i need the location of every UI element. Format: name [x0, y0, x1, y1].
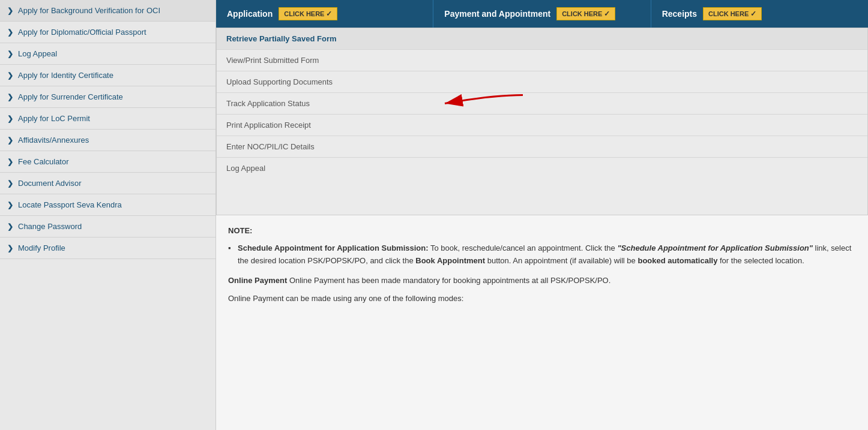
chevron-icon: ❯: [7, 7, 13, 15]
chevron-icon: ❯: [7, 71, 13, 80]
sidebar-item-fee-calculator[interactable]: ❯ Fee Calculator: [0, 151, 215, 173]
red-arrow-annotation: [397, 90, 529, 117]
menu-item-retrieve-form[interactable]: Retrieve Partially Saved Form: [217, 28, 867, 50]
chevron-icon: ❯: [7, 179, 13, 188]
cursor-icon: ✓: [750, 10, 756, 18]
chevron-icon: ❯: [7, 158, 13, 166]
cursor-icon: ✓: [604, 10, 610, 18]
sidebar-item-apply-surrender[interactable]: ❯ Apply for Surrender Certificate: [0, 86, 215, 108]
tab-application-label: Application: [227, 9, 273, 19]
tab-payment: Payment and Appointment CLICK HERE ✓: [433, 0, 651, 28]
receipts-click-here-button[interactable]: CLICK HERE ✓: [703, 7, 762, 20]
sidebar-link-apply-background[interactable]: Apply for Background Verification for OC…: [18, 6, 160, 15]
menu-item-log-appeal[interactable]: Log Appeal: [217, 158, 867, 179]
chevron-icon: ❯: [7, 115, 13, 123]
tab-receipts: Receipts CLICK HERE ✓: [651, 0, 868, 28]
menu-item-print-receipt[interactable]: Print Application Receipt: [217, 115, 867, 136]
notes-item-schedule: Schedule Appointment for Application Sub…: [228, 242, 856, 267]
chevron-icon: ❯: [7, 93, 13, 101]
note-schedule-bold1: Schedule Appointment for Application Sub…: [238, 243, 429, 252]
payment-click-here-button[interactable]: CLICK HERE ✓: [556, 7, 615, 20]
menu-item-view-print[interactable]: View/Print Submitted Form: [217, 50, 867, 71]
note-schedule-bold2: "Schedule Appointment for Application Su…: [617, 243, 813, 252]
tab-receipts-label: Receipts: [662, 9, 697, 19]
sidebar-item-apply-background[interactable]: ❯ Apply for Background Verification for …: [0, 0, 215, 22]
sidebar-link-document-advisor[interactable]: Document Advisor: [18, 179, 82, 188]
payment-label: Online Payment: [228, 276, 287, 285]
menu-empty-space: [217, 179, 867, 215]
sidebar-link-apply-loc[interactable]: Apply for LoC Permit: [18, 114, 90, 123]
menu-item-track-status[interactable]: Track Application Status: [217, 93, 867, 115]
tab-payment-label: Payment and Appointment: [444, 9, 550, 19]
sidebar-item-modify-profile[interactable]: ❯ Modify Profile: [0, 237, 215, 259]
tab-bar: Application CLICK HERE ✓ Payment and App…: [216, 0, 868, 28]
sidebar-item-apply-identity[interactable]: ❯ Apply for Identity Certificate: [0, 65, 215, 86]
application-click-here-button[interactable]: CLICK HERE ✓: [279, 7, 337, 20]
sidebar-link-apply-identity[interactable]: Apply for Identity Certificate: [18, 71, 113, 80]
menu-item-enter-noc[interactable]: Enter NOC/PIL/IC Details: [217, 136, 867, 158]
note-schedule-text3: button. An appointment (if available) wi…: [487, 256, 638, 265]
notes-section: NOTE: Schedule Appointment for Applicati…: [216, 215, 868, 316]
chevron-icon: ❯: [7, 136, 13, 145]
payment-line1: Online Payment Online Payment has been m…: [228, 275, 856, 287]
main-content: Application CLICK HERE ✓ Payment and App…: [216, 0, 868, 430]
notes-list: Schedule Appointment for Application Sub…: [228, 242, 856, 267]
sidebar-item-apply-loc[interactable]: ❯ Apply for LoC Permit: [0, 108, 215, 130]
note-schedule-bold3: Book Appointment: [415, 256, 485, 265]
chevron-icon: ❯: [7, 244, 13, 252]
sidebar-link-apply-diplomatic[interactable]: Apply for Diplomatic/Official Passport: [18, 28, 146, 37]
chevron-icon: ❯: [7, 222, 13, 231]
note-schedule-text1: To book, reschedule/cancel an appointmen…: [430, 243, 617, 252]
sidebar-item-locate-passport[interactable]: ❯ Locate Passport Seva Kendra: [0, 194, 215, 216]
cursor-icon: ✓: [326, 10, 332, 18]
sidebar-link-change-password[interactable]: Change Password: [18, 222, 82, 231]
sidebar-item-document-advisor[interactable]: ❯ Document Advisor: [0, 173, 215, 194]
payment-text1: Online Payment has been made mandatory f…: [289, 276, 610, 285]
sidebar-link-locate-passport[interactable]: Locate Passport Seva Kendra: [18, 200, 122, 209]
sidebar-link-log-appeal[interactable]: Log Appeal: [18, 49, 57, 58]
chevron-icon: ❯: [7, 28, 13, 37]
sidebar-item-change-password[interactable]: ❯ Change Password: [0, 216, 215, 237]
payment-line2: Online Payment can be made using any one…: [228, 293, 856, 305]
menu-item-upload-docs[interactable]: Upload Supporting Documents: [217, 71, 867, 93]
chevron-icon: ❯: [7, 50, 13, 58]
note-schedule-text4: for the selected location.: [720, 256, 804, 265]
note-label: NOTE:: [228, 226, 856, 235]
tab-application: Application CLICK HERE ✓: [216, 0, 433, 28]
sidebar-link-apply-surrender[interactable]: Apply for Surrender Certificate: [18, 92, 123, 101]
sidebar-link-fee-calculator[interactable]: Fee Calculator: [18, 157, 69, 166]
menu-list: Retrieve Partially Saved Form View/Print…: [216, 28, 868, 215]
sidebar-item-apply-diplomatic[interactable]: ❯ Apply for Diplomatic/Official Passport: [0, 22, 215, 43]
sidebar-link-affidavits[interactable]: Affidavits/Annexures: [18, 136, 89, 145]
chevron-icon: ❯: [7, 201, 13, 209]
sidebar-item-affidavits[interactable]: ❯ Affidavits/Annexures: [0, 130, 215, 151]
sidebar-item-log-appeal[interactable]: ❯ Log Appeal: [0, 43, 215, 65]
note-schedule-bold4: booked automatically: [637, 256, 717, 265]
sidebar: ❯ Apply for Background Verification for …: [0, 0, 216, 430]
sidebar-link-modify-profile[interactable]: Modify Profile: [18, 243, 65, 252]
